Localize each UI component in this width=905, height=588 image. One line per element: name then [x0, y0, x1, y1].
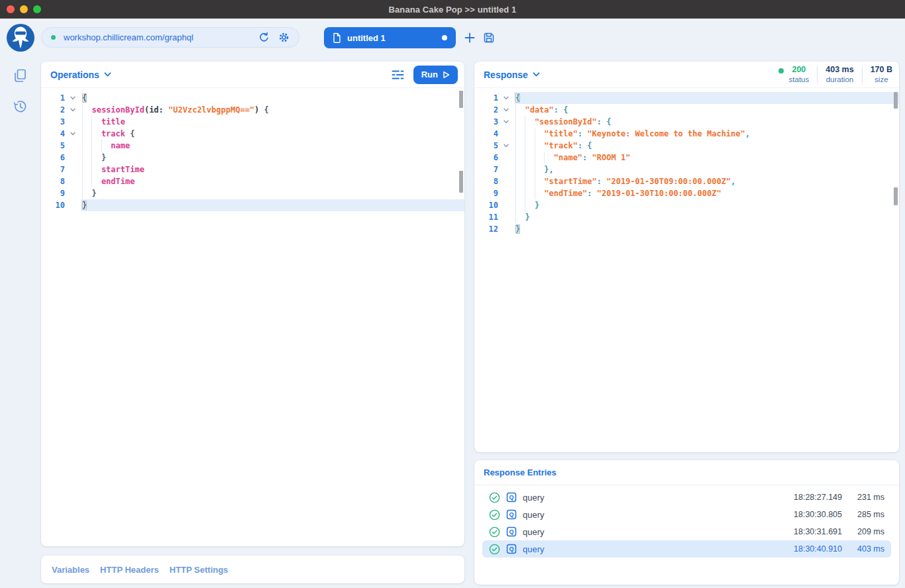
code-line[interactable]: 9 } — [41, 187, 464, 199]
response-entries-list: Qquery18:28:27.149231 msQquery18:30:30.8… — [474, 485, 899, 558]
tab-http-settings[interactable]: HTTP Settings — [170, 565, 229, 575]
code-line[interactable]: 5 name — [41, 140, 464, 152]
response-stats: 200 status 403 ms duration 170 B size — [778, 65, 892, 85]
line-number: 2 — [474, 104, 498, 116]
run-button[interactable]: Run — [413, 66, 458, 84]
document-tab-untitled-1[interactable]: untitled 1 — [324, 27, 456, 48]
operations-header: Operations Run — [41, 62, 464, 88]
code-line[interactable]: 4 "title": "Keynote: Welcome to the Mach… — [474, 128, 899, 140]
line-number: 1 — [474, 92, 498, 104]
line-number: 3 — [41, 116, 65, 128]
endpoint-url[interactable]: workshop.chillicream.com/graphql — [64, 32, 258, 42]
response-dropdown[interactable]: Response — [484, 70, 540, 80]
response-entry-row[interactable]: Qquery18:30:31.691209 ms — [482, 523, 891, 540]
fold-gutter — [498, 199, 514, 211]
line-number: 6 — [41, 152, 65, 164]
documents-icon[interactable] — [13, 68, 28, 83]
code-line[interactable]: 10 } — [474, 199, 899, 211]
scrollbar-thumb[interactable] — [894, 92, 898, 109]
entry-timestamp: 18:30:30.805 — [769, 510, 842, 519]
operations-editor[interactable]: 1{2 sessionById(id: "U2Vzc2lvbgppMQ==") … — [41, 88, 464, 211]
fold-gutter — [65, 116, 81, 128]
chevron-down-icon — [104, 72, 111, 77]
code-line[interactable]: 9 "endTime": "2019-01-30T10:00:00.000Z" — [474, 187, 899, 199]
close-window-button[interactable] — [7, 5, 15, 13]
line-number: 8 — [41, 175, 65, 187]
response-entries-header: Response Entries — [474, 460, 899, 485]
scrollbar-thumb[interactable] — [459, 91, 463, 108]
history-icon[interactable] — [12, 98, 28, 115]
entry-duration: 285 ms — [845, 510, 884, 519]
line-number: 2 — [41, 104, 65, 116]
tab-variables[interactable]: Variables — [52, 565, 89, 575]
fold-toggle-icon[interactable] — [65, 104, 81, 116]
response-entries-title: Response Entries — [484, 467, 557, 477]
banana-cake-pop-logo-icon[interactable] — [6, 23, 35, 52]
code-line[interactable]: 5 "track": { — [474, 140, 899, 152]
code-line[interactable]: 7 startTime — [41, 164, 464, 175]
query-icon: Q — [506, 509, 517, 520]
overview-ruler-marker[interactable] — [894, 187, 898, 205]
code-line[interactable]: 1{ — [41, 92, 464, 104]
tab-http-headers[interactable]: HTTP Headers — [100, 565, 159, 575]
fold-toggle-icon[interactable] — [498, 140, 514, 152]
code-line[interactable]: 12} — [474, 223, 899, 235]
new-tab-plus-icon[interactable] — [464, 32, 475, 43]
code-line[interactable]: 2 "data": { — [474, 104, 899, 116]
code-line[interactable]: 11 } — [474, 211, 899, 223]
minimize-window-button[interactable] — [20, 5, 28, 13]
code-line[interactable]: 8 endTime — [41, 175, 464, 187]
code-line[interactable]: 8 "startTime": "2019-01-30T09:00:00.000Z… — [474, 175, 899, 187]
fold-gutter — [65, 152, 81, 164]
response-entry-row[interactable]: Qquery18:30:30.805285 ms — [482, 506, 891, 523]
traffic-lights — [7, 5, 41, 13]
fold-gutter — [65, 187, 81, 199]
operations-dropdown[interactable]: Operations — [50, 70, 111, 80]
window-title: Banana Cake Pop >> untitled 1 — [389, 5, 517, 15]
fold-gutter — [65, 175, 81, 187]
fold-toggle-icon[interactable] — [498, 116, 514, 128]
entry-duration: 209 ms — [845, 527, 884, 536]
code-line[interactable]: 3 "sessionById": { — [474, 116, 899, 128]
code-line[interactable]: 2 sessionById(id: "U2Vzc2lvbgppMQ==") { — [41, 104, 464, 116]
line-number: 4 — [474, 128, 498, 140]
banana-cake-pop-window: Banana Cake Pop >> untitled 1 workshop.c… — [0, 0, 905, 588]
fold-toggle-icon[interactable] — [498, 92, 514, 104]
document-icon — [333, 32, 341, 43]
fold-toggle-icon[interactable] — [498, 104, 514, 116]
overview-ruler-marker[interactable] — [459, 171, 463, 193]
fold-gutter — [498, 175, 514, 187]
code-line[interactable]: 7 }, — [474, 164, 899, 175]
save-icon[interactable] — [483, 32, 495, 44]
play-icon — [443, 71, 450, 79]
code-line[interactable]: 6 "name": "ROOM 1" — [474, 152, 899, 164]
code-line[interactable]: 4 track { — [41, 128, 464, 140]
query-icon: Q — [506, 544, 517, 554]
code-line[interactable]: 6 } — [41, 152, 464, 164]
fold-toggle-icon[interactable] — [65, 128, 81, 140]
response-editor[interactable]: 1{2 "data": {3 "sessionById": {4 "title"… — [474, 88, 899, 235]
connection-status-dot — [51, 35, 56, 40]
fold-gutter — [498, 187, 514, 199]
endpoint-url-bar[interactable]: workshop.chillicream.com/graphql — [41, 27, 299, 48]
fold-gutter — [65, 164, 81, 175]
line-number: 9 — [474, 187, 498, 199]
gear-icon[interactable] — [278, 32, 290, 43]
fold-toggle-icon[interactable] — [65, 92, 81, 104]
unsaved-indicator-dot[interactable] — [442, 35, 447, 40]
line-number: 5 — [41, 140, 65, 152]
duration-stat: 403 ms duration — [825, 65, 853, 85]
request-options-bar: Variables HTTP Headers HTTP Settings — [41, 556, 464, 583]
code-line[interactable]: 1{ — [474, 92, 899, 104]
fold-gutter — [65, 140, 81, 152]
maximize-window-button[interactable] — [33, 5, 41, 13]
code-line[interactable]: 10} — [41, 199, 464, 211]
response-entry-row[interactable]: Qquery18:30:40.910403 ms — [482, 540, 891, 558]
entry-label: query — [523, 544, 769, 554]
prettify-icon[interactable] — [392, 70, 404, 80]
code-line[interactable]: 3 title — [41, 116, 464, 128]
refresh-icon[interactable] — [258, 32, 270, 43]
response-entry-row[interactable]: Qquery18:28:27.149231 ms — [482, 489, 891, 506]
fold-gutter — [498, 152, 514, 164]
entry-label: query — [523, 510, 769, 520]
